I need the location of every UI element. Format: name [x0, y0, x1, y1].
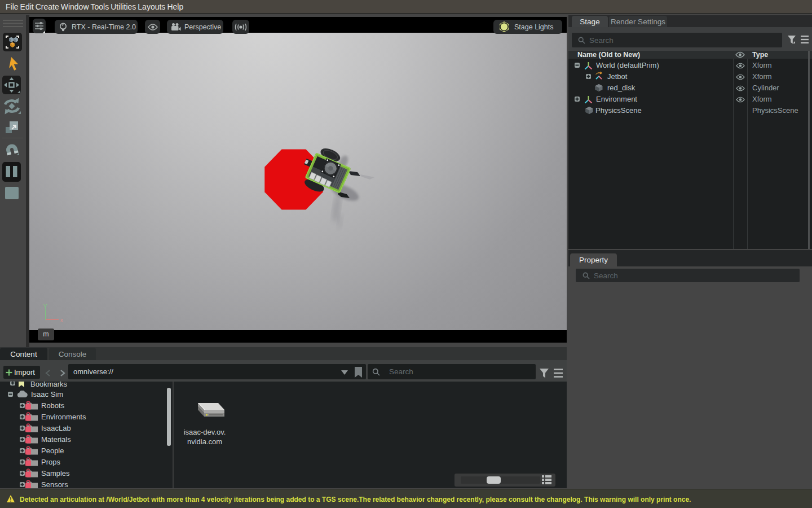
svg-text:Y: Y: [43, 304, 47, 310]
svg-text:x: x: [60, 317, 63, 323]
